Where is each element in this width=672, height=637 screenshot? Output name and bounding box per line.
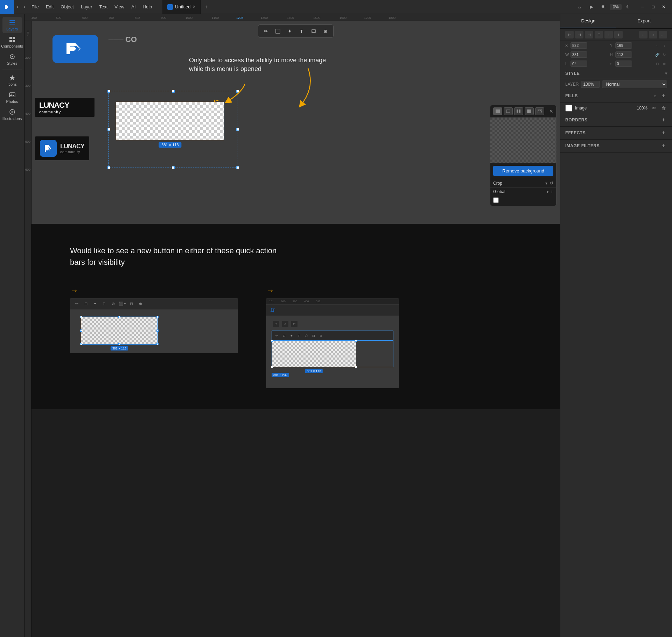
coord-400: 400 [304,300,309,303]
resize-handle-tm[interactable] [172,90,175,93]
rotate-icon[interactable]: ↻ [662,52,667,57]
tab-bar: Untitled ✕ + [162,0,211,14]
corner-input[interactable] [615,61,632,67]
effects-section-header: EFFECTS + [560,127,672,140]
global-add-btn[interactable]: + [551,189,553,194]
crop-reset-icon[interactable]: ↺ [550,181,553,186]
resize-handle-tl[interactable] [107,90,110,93]
resize-handle-mr[interactable] [236,128,239,131]
align-right-btn[interactable]: ⊣ [585,31,593,38]
fills-options-icon[interactable]: ○ [652,92,659,99]
corners-icon[interactable]: ⊕ [662,61,667,66]
preview-btn[interactable]: 👁 [598,2,609,12]
canvas-area[interactable]: ✏ ✦ T ⊕ [31,21,560,238]
w-input[interactable] [570,51,587,58]
tab-close-btn[interactable]: ✕ [192,5,196,9]
resize-handle-br[interactable] [236,166,239,169]
color-swatch[interactable] [493,197,499,203]
panel-tab-export[interactable]: Export [616,14,672,28]
mask-tool-icon[interactable] [309,26,318,36]
expand-icon[interactable]: ⊡ [654,61,660,66]
effects-add-btn[interactable]: + [660,129,667,136]
align-bottom-btn[interactable]: ⊥ [614,31,623,38]
sidebar-item-label: Photos [6,99,18,104]
flip-h-icon[interactable]: ↔ [654,43,660,48]
menu-help[interactable]: Help [139,0,156,14]
borders-add-btn[interactable]: + [660,116,667,123]
sidebar-item-layers[interactable]: Layers [2,17,22,33]
image-filters-label: IMAGE FILTERS [565,143,600,148]
theme-btn[interactable]: ☾ [623,2,634,12]
menu-edit[interactable]: Edit [42,0,57,14]
play-btn[interactable]: ▶ [586,2,597,12]
fill-delete-icon[interactable]: 🗑 [660,105,667,112]
resize-handle-bl[interactable] [107,166,110,169]
maximize-btn[interactable]: □ [648,2,658,12]
transform-tool-icon[interactable] [273,26,283,36]
close-btn[interactable]: ✕ [659,2,668,12]
panel-tab-design[interactable]: Design [560,14,616,28]
sidebar-item-illustrations[interactable]: Illustrations [2,106,22,123]
lunacy-blue-logo [52,35,98,63]
home-btn[interactable]: ⌂ [574,2,585,12]
more-align-btn[interactable]: … [659,31,667,38]
menu-object[interactable]: Object [57,0,77,14]
ruler-tick: 1000 [186,16,192,20]
fit-mode-btn[interactable] [504,107,513,115]
align-top-btn[interactable]: ⊤ [595,31,603,38]
distribute-h-btn[interactable]: ↔ [639,31,648,38]
menu-view[interactable]: View [111,0,128,14]
sidebar-item-photos[interactable]: Photos [2,89,22,106]
image-content: 381 × 113 [116,102,224,140]
lock-ratio-icon[interactable]: 🔗 [654,52,660,57]
svg-rect-28 [519,111,520,113]
x-input[interactable] [570,42,587,49]
tab-untitled[interactable]: Untitled ✕ [162,0,201,14]
text-tool-icon[interactable]: T [297,26,307,36]
align-center-h-btn[interactable]: ⊣ [575,31,583,38]
distribute-v-btn[interactable]: ↕ [649,31,657,38]
y-input[interactable] [615,42,632,49]
sidebar-item-components[interactable]: Components [2,34,22,50]
menu-ai[interactable]: AI [128,0,139,14]
image-filters-add-btn[interactable]: + [660,142,667,149]
tab-doc-icon [167,4,173,10]
popup-close-btn[interactable]: ✕ [549,108,553,114]
star-tool-icon[interactable]: ✦ [285,26,295,36]
h-input[interactable] [615,51,632,58]
m1-text-icon: T [100,300,107,307]
minimize-btn[interactable]: ─ [638,2,648,12]
remove-background-button[interactable]: Remove background [493,166,553,176]
fill-color-swatch[interactable] [565,105,572,112]
blend-mode-select[interactable]: Normal Multiply Screen [602,80,667,88]
nav-back[interactable]: ‹ [14,0,21,14]
tab-add-btn[interactable]: + [201,4,211,10]
menu-layer[interactable]: Layer [77,0,96,14]
stretch-mode-btn[interactable] [525,107,534,115]
edit-tool-icon[interactable]: ✏ [261,26,271,36]
sidebar-item-icons[interactable]: Icons [2,72,22,89]
crop-expand-icon: ▾ [545,181,547,186]
ruler-tick: 1400 [287,16,294,20]
fill-mode-btn[interactable] [493,107,502,115]
layer-opacity-input[interactable] [581,81,600,88]
flip-v-icon[interactable]: ↕ [662,43,667,48]
tile-mode-btn[interactable] [514,107,523,115]
align-left-btn[interactable]: ⊢ [565,31,574,38]
svg-rect-7 [9,40,12,42]
fill-visible-icon[interactable]: 👁 [650,105,657,112]
resize-handle-bm[interactable] [172,166,175,169]
rotation-input[interactable] [570,61,587,67]
fills-add-btn[interactable]: + [660,92,667,99]
align-center-v-btn[interactable]: ⊥ [604,31,613,38]
zoom-display[interactable]: 0% [610,4,622,10]
nav-forward[interactable]: › [21,0,28,14]
sidebar-item-styles[interactable]: Styles [2,51,22,68]
more-tool-icon[interactable]: ⊕ [321,26,330,36]
ruler-tick: 1300 [261,16,268,20]
menu-text[interactable]: Text [96,0,111,14]
lunacy-text-big: LUNACY [60,143,84,150]
menu-file[interactable]: File [28,0,42,14]
resize-handle-ml[interactable] [107,128,110,131]
custom-mode-btn[interactable] [535,107,544,115]
